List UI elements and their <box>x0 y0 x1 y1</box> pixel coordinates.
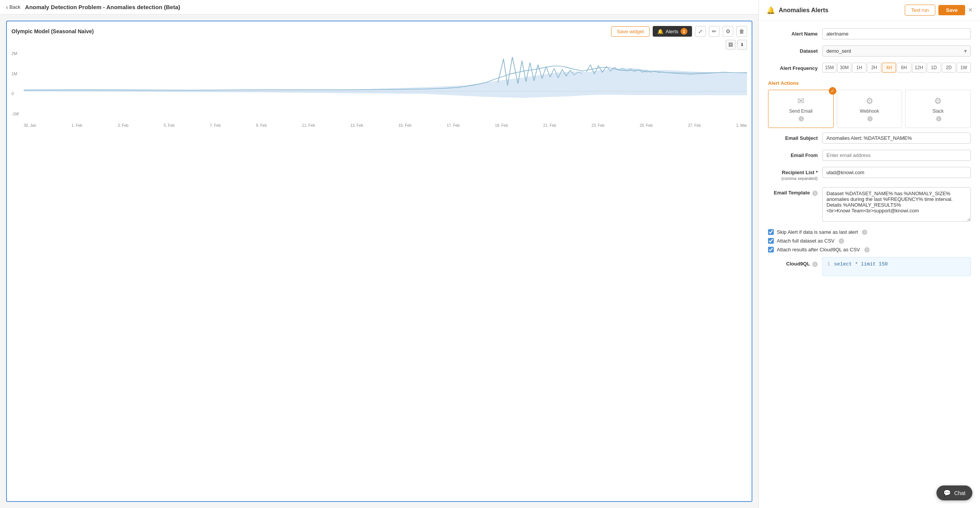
cloud9ql-section: Cloud9QL i 1select * limit 150 <box>759 257 980 282</box>
edit-chart-button[interactable]: ✏ <box>709 26 720 37</box>
dataset-label: Dataset <box>768 45 818 54</box>
attach-csv-row: Attach full dataset as CSV i <box>759 238 980 244</box>
right-header: 🔔 Anomalies Alerts Test run Save × <box>759 0 980 21</box>
cloud9ql-row: Cloud9QL i 1select * limit 150 <box>768 257 971 276</box>
dataset-select[interactable]: demo_sent <box>822 45 971 57</box>
back-button[interactable]: ‹ Back <box>6 4 21 10</box>
freq-btn-15m[interactable]: 15M <box>822 63 836 73</box>
alert-frequency-label: Alert Frequency <box>768 63 818 71</box>
left-panel: ‹ Back Anomaly Detection Problem - Anoma… <box>0 0 758 508</box>
code-line-number: 1 <box>827 261 830 267</box>
email-subject-row: Email Subject <box>768 133 971 144</box>
back-label: Back <box>10 4 21 10</box>
page-title: Anomaly Detection Problem - Anomalies de… <box>25 4 180 10</box>
email-template-textarea[interactable]: Dataset %DATASET_NAME% has %ANOMALY_SIZE… <box>822 187 971 222</box>
chart-container: Olympic Model (Seasonal Naive) Save widg… <box>6 21 752 502</box>
slack-info-icon[interactable]: i <box>936 116 941 121</box>
chart-svg-area <box>24 51 747 116</box>
attach-results-info-icon[interactable]: i <box>864 247 870 252</box>
chat-button[interactable]: 💬 Chat <box>936 485 972 500</box>
expand-icon: ⤢ <box>698 28 703 34</box>
chart-settings-button[interactable]: ⚙ <box>723 26 733 37</box>
recipient-list-row: Recipient List * (comma separated) <box>768 167 971 181</box>
freq-btn-2d[interactable]: 2D <box>942 63 956 73</box>
y-label-neg1m: -1M <box>11 112 23 116</box>
email-from-label: Email From <box>768 150 818 158</box>
y-label-1m: 1M <box>11 71 23 76</box>
recipient-list-input[interactable] <box>822 167 971 178</box>
edit-icon: ✏ <box>712 28 716 34</box>
email-template-info-icon[interactable]: i <box>812 191 818 196</box>
webhook-info-icon[interactable]: i <box>867 116 873 121</box>
slack-card[interactable]: ⚙ Slack i <box>905 90 971 128</box>
export-image-button[interactable]: 🖼 <box>726 40 736 50</box>
skip-alert-checkbox[interactable] <box>768 229 774 235</box>
cloud9ql-code: select * limit 150 <box>834 261 888 267</box>
email-from-input[interactable] <box>822 150 971 161</box>
freq-btn-4h[interactable]: 4H <box>882 63 896 73</box>
delete-chart-button[interactable]: 🗑 <box>736 26 747 37</box>
alert-name-label: Alert Name <box>768 28 818 37</box>
send-email-icon: ✉ <box>797 96 804 106</box>
webhook-card[interactable]: ⚙ Webhook i <box>837 90 902 128</box>
freq-btn-1w[interactable]: 1W <box>957 63 971 73</box>
recipient-list-label-sub: (comma separated) <box>781 176 818 181</box>
x-label-feb5: 5. Feb <box>164 123 175 128</box>
alert-name-row: Alert Name <box>768 28 971 39</box>
chart-export-row: 🖼 ⬇ <box>11 40 747 50</box>
slack-icon: ⚙ <box>934 96 942 106</box>
save-widget-button[interactable]: Save widget <box>611 26 650 37</box>
chat-label: Chat <box>954 490 965 496</box>
dataset-select-wrap: demo_sent ▼ <box>822 45 971 57</box>
attach-csv-info-icon[interactable]: i <box>839 238 844 244</box>
alert-name-input[interactable] <box>822 28 971 39</box>
freq-btn-12h[interactable]: 12H <box>912 63 926 73</box>
send-email-label: Send Email <box>789 108 812 114</box>
right-panel: 🔔 Anomalies Alerts Test run Save × Alert… <box>758 0 980 508</box>
send-email-card[interactable]: ✓ ✉ Send Email i <box>768 90 834 128</box>
x-label-feb27: 27. Feb <box>688 123 701 128</box>
chart-header: Olympic Model (Seasonal Naive) Save widg… <box>11 26 747 37</box>
chart-svg <box>24 51 747 116</box>
alert-actions-title: Alert Actions <box>768 80 971 86</box>
y-axis-labels: 2M 1M 0 -1M <box>11 51 23 116</box>
x-label-mar1: 1. Mar <box>736 123 747 128</box>
alerts-button[interactable]: 🔔 Alerts 1 <box>653 26 692 37</box>
x-label-feb19: 19. Feb <box>495 123 508 128</box>
email-from-row: Email From <box>768 150 971 161</box>
test-run-button[interactable]: Test run <box>905 5 935 16</box>
panel-bell-icon: 🔔 <box>767 6 775 15</box>
x-label-feb23: 23. Feb <box>592 123 605 128</box>
email-template-label-text: Email Template <box>774 190 810 196</box>
email-template-row: Email Template i Dataset %DATASET_NAME% … <box>768 187 971 222</box>
freq-btn-1h[interactable]: 1H <box>852 63 866 73</box>
cloud9ql-code-box[interactable]: 1select * limit 150 <box>822 257 971 276</box>
recipient-list-label-main: Recipient List * <box>782 170 818 175</box>
export-download-button[interactable]: ⬇ <box>737 40 747 50</box>
send-email-info-icon[interactable]: i <box>799 116 804 121</box>
x-axis-labels: 30. Jan 1. Feb 3. Feb 5. Feb 7. Feb 9. F… <box>24 123 747 128</box>
chart-area: 2M 1M 0 -1M <box>11 51 747 128</box>
skip-alert-info-icon[interactable]: i <box>862 230 867 235</box>
attach-results-row: Attach results after Cloud9QL as CSV i <box>759 247 980 252</box>
attach-results-label: Attach results after Cloud9QL as CSV <box>777 247 860 252</box>
chat-bubble-icon: 💬 <box>943 489 951 497</box>
slack-label: Slack <box>933 108 944 114</box>
cloud9ql-info-icon[interactable]: i <box>812 262 818 267</box>
freq-btn-30m[interactable]: 30M <box>837 63 851 73</box>
save-button[interactable]: Save <box>938 5 965 15</box>
expand-chart-button[interactable]: ⤢ <box>695 26 706 37</box>
settings-icon: ⚙ <box>726 28 731 34</box>
cloud9ql-label-text: Cloud9QL <box>786 261 810 267</box>
close-button[interactable]: × <box>968 6 972 14</box>
attach-csv-checkbox[interactable] <box>768 238 774 244</box>
x-label-feb21: 21. Feb <box>543 123 556 128</box>
freq-btn-2h[interactable]: 2H <box>867 63 881 73</box>
email-subject-input[interactable] <box>822 133 971 144</box>
top-nav: ‹ Back Anomaly Detection Problem - Anoma… <box>0 0 758 15</box>
x-label-feb25: 25. Feb <box>640 123 653 128</box>
freq-btn-6h[interactable]: 6H <box>897 63 911 73</box>
freq-btn-1d[interactable]: 1D <box>927 63 941 73</box>
attach-results-checkbox[interactable] <box>768 247 774 252</box>
export-download-icon: ⬇ <box>740 42 744 47</box>
